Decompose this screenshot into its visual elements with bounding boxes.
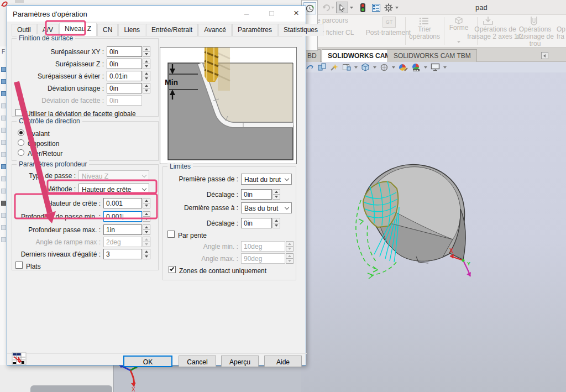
extrude-icon[interactable] <box>318 63 327 71</box>
ok-button[interactable]: OK <box>123 356 172 367</box>
panel-grip[interactable] <box>30 385 112 392</box>
left-panel-tab[interactable]: F <box>2 49 5 55</box>
mill-operations-icon <box>483 16 494 26</box>
decalage1-input[interactable]: 0in <box>241 189 272 200</box>
tab-entree-retrait[interactable]: Entrée/Retrait <box>146 24 198 36</box>
spinner[interactable] <box>143 224 150 235</box>
profondeur-passe-max-input[interactable]: 1in <box>103 224 142 235</box>
decalage2-input[interactable]: 0in <box>241 218 272 228</box>
spinner[interactable] <box>143 83 150 93</box>
left-toolbar-icon[interactable] <box>1 67 6 72</box>
group-title: Limites <box>167 163 193 170</box>
spinner[interactable] <box>272 189 280 200</box>
hauteur-crete-input[interactable]: 0.001 <box>103 198 142 208</box>
premiere-passe-combo[interactable]: Haut du brut <box>241 174 292 185</box>
left-toolbar-icon[interactable] <box>1 103 6 108</box>
property-list-icon[interactable] <box>370 2 382 13</box>
tab-statistiques[interactable]: Statistiques <box>278 24 323 36</box>
tab-liens[interactable]: Liens <box>118 24 145 36</box>
left-toolbar-icon[interactable] <box>1 140 6 145</box>
field-label: Profondeur de passe min. : <box>12 213 101 221</box>
preview-button[interactable]: Aperçu <box>221 356 259 367</box>
methode-combo[interactable]: Hauteur de crête <box>78 184 149 195</box>
left-toolbar-icon[interactable] <box>1 164 6 169</box>
dropdown-arrow[interactable] <box>392 66 395 69</box>
surface-finish-group: Finition de surface Surépaisseur XY : 0i… <box>12 38 159 117</box>
section-view-icon[interactable] <box>342 63 351 71</box>
left-toolbar-icon[interactable] <box>1 176 6 181</box>
dialog-titlebar[interactable]: Paramètres d'opération – × <box>7 6 306 22</box>
gear-dropdown-arrow[interactable] <box>394 2 400 13</box>
dropdown-arrow[interactable] <box>424 66 427 69</box>
help-button[interactable]: Aide <box>264 356 302 367</box>
surepaisseur-eviter-input[interactable]: 0.01in <box>107 71 142 81</box>
deviation-usinage-input[interactable]: 0in <box>107 83 142 93</box>
spinner[interactable] <box>143 198 150 208</box>
maximize-icon <box>269 11 274 16</box>
dropdown-arrow[interactable] <box>443 66 447 69</box>
spinner[interactable] <box>143 211 150 222</box>
field-label: Surépaisseur XY : <box>12 48 104 56</box>
traffic-light-icon[interactable] <box>357 2 369 13</box>
radio-avalant[interactable] <box>18 129 24 136</box>
instant3d-icon[interactable] <box>330 63 339 71</box>
left-toolbar-icon[interactable] <box>1 201 6 206</box>
gt-post-process-icon: GT <box>382 17 396 28</box>
field-label: Surépaisseur à éviter : <box>12 72 104 80</box>
select-dropdown-arrow[interactable] <box>349 2 354 13</box>
minimize-button[interactable]: – <box>235 6 258 20</box>
min-label: Min <box>165 78 178 87</box>
radio-label: Aller/Retour <box>28 150 62 158</box>
display-style-icon[interactable] <box>380 64 389 71</box>
apply-scene-icon[interactable] <box>411 63 421 72</box>
ribbon-partial-item: fra <box>557 33 566 40</box>
left-toolbar-icon[interactable] <box>1 128 6 133</box>
derniers-niveaux-input[interactable]: 3 <box>103 249 142 259</box>
left-toolbar-icon[interactable] <box>1 225 6 230</box>
field-label: Derniers niveaux d'égalité : <box>12 250 101 258</box>
view-settings-icon[interactable] <box>431 63 440 71</box>
facet-deviation-checkbox[interactable] <box>15 109 23 116</box>
collapse-panel-icon[interactable] <box>541 52 548 59</box>
derniere-passe-combo[interactable]: Bas du brut <box>241 202 292 213</box>
select-cursor-icon[interactable] <box>336 2 348 13</box>
edit-appearance-icon[interactable] <box>399 63 408 72</box>
measure-icon[interactable] <box>306 63 315 71</box>
radio-opposition[interactable] <box>18 139 24 146</box>
left-toolbar-icon[interactable] <box>1 237 6 242</box>
tab-solidworks-cam[interactable]: SOLIDWORKS CAM <box>322 49 396 62</box>
tab-cn[interactable]: CN <box>97 24 118 36</box>
gear-icon[interactable] <box>382 2 395 13</box>
spinner <box>286 253 294 264</box>
close-button[interactable]: × <box>285 6 307 20</box>
radio-aller-retour[interactable] <box>18 149 24 156</box>
dropdown-arrow[interactable] <box>354 66 358 69</box>
surepaisseur-z-input[interactable]: 0in <box>107 59 142 69</box>
surepaisseur-xy-input[interactable]: 0in <box>107 46 142 57</box>
tab-avance[interactable]: Avancé <box>198 24 232 36</box>
spinner[interactable] <box>143 71 150 81</box>
tab-solidworks-cam-tbm[interactable]: SOLIDWORKS CAM TBM <box>387 49 477 62</box>
maximize-button[interactable] <box>260 6 282 20</box>
plats-checkbox[interactable] <box>15 262 23 269</box>
spinner[interactable] <box>272 218 280 228</box>
left-toolbar-icon[interactable] <box>1 213 6 218</box>
tab-parametres[interactable]: Paramètres <box>232 24 277 36</box>
spinner[interactable] <box>143 59 150 69</box>
field-label: Décalage : <box>163 219 238 227</box>
spinner[interactable] <box>143 46 150 57</box>
left-toolbar-icon[interactable] <box>1 152 6 157</box>
cancel-button[interactable]: Cancel <box>179 356 216 367</box>
view-orientation-cube-icon[interactable] <box>361 63 370 72</box>
profondeur-passe-min-input[interactable]: 0.001 <box>103 211 142 222</box>
left-toolbar-icon[interactable] <box>1 189 6 194</box>
left-toolbar-icon[interactable] <box>1 79 6 84</box>
par-pente-checkbox[interactable] <box>167 231 175 238</box>
zones-contact-checkbox[interactable] <box>169 266 176 273</box>
sort-operations-icon <box>419 17 429 25</box>
left-toolbar-icon[interactable] <box>1 116 6 121</box>
left-toolbar-icon[interactable] <box>1 91 6 96</box>
undo-icon <box>322 2 334 13</box>
dropdown-arrow[interactable] <box>373 66 376 69</box>
spinner[interactable] <box>143 249 150 259</box>
